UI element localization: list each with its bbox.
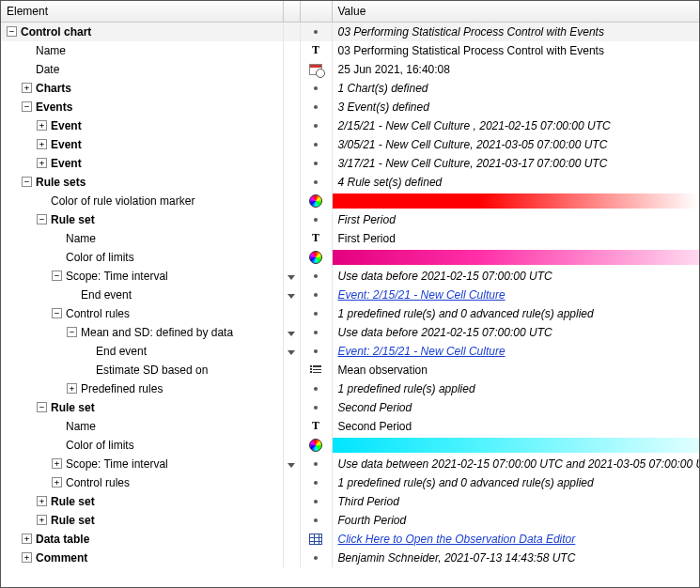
dropdown-cell[interactable] xyxy=(283,267,300,286)
tree-row[interactable]: Estimate SD based onMean observation xyxy=(1,361,699,379)
tree-row[interactable]: +Scope: Time intervalUse data between 20… xyxy=(1,455,699,473)
tree-row[interactable]: −Rule sets4 Rule set(s) defined xyxy=(1,173,699,192)
tree-row[interactable]: NameTSecond Period xyxy=(1,417,699,436)
value-link[interactable]: Event: 2/15/21 - New Cell Culture xyxy=(338,288,506,302)
chevron-down-icon[interactable] xyxy=(288,294,295,299)
value-cell[interactable] xyxy=(332,436,699,455)
value-cell[interactable]: 3/17/21 - New Cell Culture, 2021-03-17 0… xyxy=(332,154,699,173)
value-cell[interactable]: 1 Chart(s) defined xyxy=(332,79,699,98)
value-cell[interactable] xyxy=(332,248,699,267)
color-gradient-swatch[interactable] xyxy=(333,438,700,453)
dropdown-cell[interactable] xyxy=(283,342,300,361)
collapse-toggle[interactable]: − xyxy=(22,177,32,187)
value-cell[interactable]: 1 predefined rule(s) applied xyxy=(332,379,699,398)
tree-row[interactable]: +Data tableClick Here to Open the Observ… xyxy=(1,530,699,549)
expand-toggle[interactable]: + xyxy=(37,120,47,131)
collapse-toggle[interactable]: − xyxy=(37,402,47,412)
value-cell[interactable]: Event: 2/15/21 - New Cell Culture xyxy=(332,286,699,304)
value-cell[interactable]: 2/15/21 - New Cell Culture , 2021-02-15 … xyxy=(332,116,699,135)
dropdown-cell[interactable] xyxy=(283,323,300,342)
value-cell[interactable]: Use data before 2021-02-15 07:00:00 UTC xyxy=(332,267,699,286)
tree-row[interactable]: −Rule setFirst Period xyxy=(1,210,699,229)
value-cell[interactable]: 3 Event(s) defined xyxy=(332,98,699,116)
value-cell[interactable]: First Period xyxy=(332,210,699,229)
value-cell[interactable]: Second Period xyxy=(332,398,699,417)
collapse-toggle[interactable]: − xyxy=(7,26,17,37)
tree-row[interactable]: −Scope: Time intervalUse data before 202… xyxy=(1,267,699,286)
tree-row[interactable]: +CommentBenjamin Schneider, 2021-07-13 1… xyxy=(1,549,699,567)
tree-row[interactable]: +Event3/17/21 - New Cell Culture, 2021-0… xyxy=(1,154,699,173)
value-cell[interactable]: Mean observation xyxy=(332,361,699,379)
tree-row[interactable]: −Control chart03 Performing Statistical … xyxy=(1,22,699,41)
expand-toggle[interactable]: + xyxy=(22,534,32,544)
chevron-down-icon[interactable] xyxy=(288,332,295,336)
value-cell[interactable]: First Period xyxy=(332,229,699,248)
value-link[interactable]: Event: 2/15/21 - New Cell Culture xyxy=(338,345,506,358)
chevron-down-icon[interactable] xyxy=(288,350,295,355)
tree-row[interactable]: End eventEvent: 2/15/21 - New Cell Cultu… xyxy=(1,342,699,361)
header-element[interactable]: Element xyxy=(1,1,283,22)
value-cell[interactable]: Fourth Period xyxy=(332,511,699,530)
value-cell[interactable] xyxy=(332,192,699,210)
collapse-toggle[interactable]: − xyxy=(67,327,77,337)
tree-row[interactable]: NameTFirst Period xyxy=(1,229,699,248)
value-cell[interactable]: 1 predefined rule(s) and 0 advanced rule… xyxy=(332,473,699,492)
value-cell[interactable]: Click Here to Open the Observation Data … xyxy=(332,530,699,549)
tree-row[interactable]: +Charts1 Chart(s) defined xyxy=(1,79,699,98)
value-cell[interactable]: Third Period xyxy=(332,492,699,511)
value-cell[interactable]: Use data between 2021-02-15 07:00:00 UTC… xyxy=(332,455,699,473)
tree-row[interactable]: +Rule setThird Period xyxy=(1,492,699,511)
expand-toggle[interactable]: + xyxy=(22,83,32,93)
expand-toggle[interactable]: + xyxy=(37,515,47,525)
tree-row[interactable]: −Events3 Event(s) defined xyxy=(1,98,699,116)
value-cell[interactable]: Use data before 2021-02-15 07:00:00 UTC xyxy=(332,323,699,342)
dropdown-cell[interactable] xyxy=(283,286,300,304)
tree-row[interactable]: Date25 Jun 2021, 16:40:08 xyxy=(1,60,699,79)
value-cell[interactable]: Benjamin Schneider, 2021-07-13 14:43:58 … xyxy=(332,549,699,567)
dropdown-cell[interactable] xyxy=(283,455,300,473)
row-label: Rule set xyxy=(51,213,99,226)
collapse-toggle[interactable]: − xyxy=(37,214,47,224)
value-cell[interactable]: 1 predefined rule(s) and 0 advanced rule… xyxy=(332,304,699,323)
tree-row[interactable]: −Mean and SD: defined by dataUse data be… xyxy=(1,323,699,342)
tree-row[interactable]: NameT03 Performing Statistical Process C… xyxy=(1,41,699,60)
row-label: Rule sets xyxy=(36,176,89,189)
type-icon-cell xyxy=(300,361,332,379)
tree-row[interactable]: Color of rule violation marker xyxy=(1,192,699,210)
tree-row[interactable]: +Control rules1 predefined rule(s) and 0… xyxy=(1,473,699,492)
chevron-down-icon[interactable] xyxy=(288,275,295,280)
tree-row[interactable]: +Event2/15/21 - New Cell Culture , 2021-… xyxy=(1,116,699,135)
tree-row[interactable]: −Control rules1 predefined rule(s) and 0… xyxy=(1,304,699,323)
color-gradient-swatch[interactable] xyxy=(333,193,700,209)
tree-row[interactable]: +Rule setFourth Period xyxy=(1,511,699,530)
value-cell[interactable]: 4 Rule set(s) defined xyxy=(332,173,699,192)
value-cell[interactable]: Event: 2/15/21 - New Cell Culture xyxy=(332,342,699,361)
tree-row[interactable]: Color of limits xyxy=(1,436,699,455)
value-cell[interactable]: 03 Performing Statistical Process Contro… xyxy=(332,22,699,41)
value-cell[interactable]: 25 Jun 2021, 16:40:08 xyxy=(332,60,699,79)
tree-row[interactable]: −Rule setSecond Period xyxy=(1,398,699,417)
expand-toggle[interactable]: + xyxy=(37,139,47,149)
header-value[interactable]: Value xyxy=(332,1,699,22)
color-gradient-swatch[interactable] xyxy=(333,250,700,265)
expand-toggle[interactable]: + xyxy=(67,383,77,394)
tree-row[interactable]: End eventEvent: 2/15/21 - New Cell Cultu… xyxy=(1,286,699,304)
tree-row[interactable]: Color of limits xyxy=(1,248,699,267)
chevron-down-icon[interactable] xyxy=(288,463,295,468)
collapse-toggle[interactable]: − xyxy=(22,101,32,112)
expand-toggle[interactable]: + xyxy=(52,458,62,469)
value-cell[interactable]: 03 Performing Statistical Process Contro… xyxy=(332,41,699,60)
value-link[interactable]: Click Here to Open the Observation Data … xyxy=(338,533,576,546)
expand-toggle[interactable]: + xyxy=(37,496,47,506)
tree-row[interactable]: +Predefined rules1 predefined rule(s) ap… xyxy=(1,379,699,398)
row-label: End event xyxy=(81,288,135,302)
element-cell: Date xyxy=(1,60,283,79)
value-cell[interactable]: Second Period xyxy=(332,417,699,436)
tree-row[interactable]: +Event3/05/21 - New Cell Culture, 2021-0… xyxy=(1,135,699,154)
collapse-toggle[interactable]: − xyxy=(52,271,62,281)
expand-toggle[interactable]: + xyxy=(52,477,62,487)
expand-toggle[interactable]: + xyxy=(37,158,47,168)
collapse-toggle[interactable]: − xyxy=(52,308,62,318)
value-cell[interactable]: 3/05/21 - New Cell Culture, 2021-03-05 0… xyxy=(332,135,699,154)
expand-toggle[interactable]: + xyxy=(22,552,32,563)
